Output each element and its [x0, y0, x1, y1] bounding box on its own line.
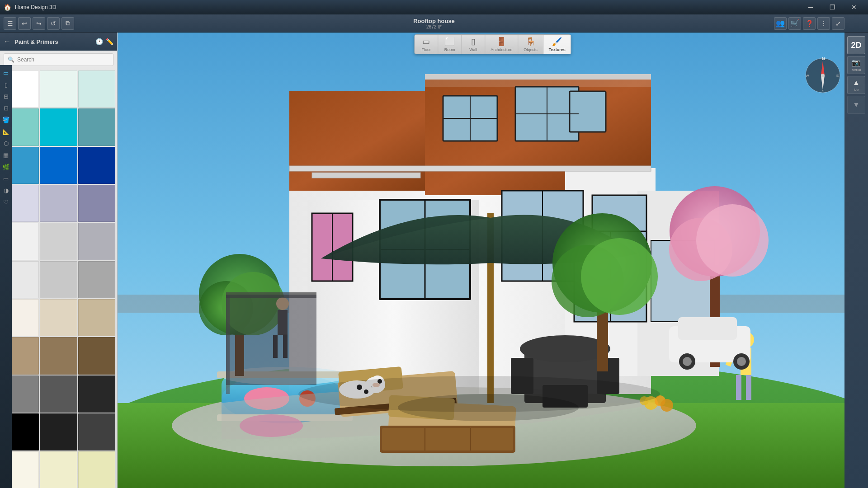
redo-button[interactable]: ↪	[33, 17, 45, 30]
color-swatch-28[interactable]	[40, 413, 77, 450]
copy-button[interactable]: ⧉	[61, 17, 74, 30]
users-button[interactable]: 👥	[774, 17, 787, 30]
color-swatch-10[interactable]	[40, 185, 77, 222]
down-arrow-icon: ▼	[853, 101, 860, 109]
search-icon: 🔍	[8, 56, 14, 63]
svg-point-90	[683, 357, 692, 366]
view-2d-button[interactable]: 2D	[847, 36, 865, 54]
sidebar-header: ← Paint & Primers 🕐 ✏️	[0, 33, 117, 51]
nav-textures-tab[interactable]: 🖌️ Textures	[543, 35, 571, 54]
close-button[interactable]: ✕	[844, 0, 864, 14]
nav-shape-icon[interactable]: ◑	[1, 185, 11, 195]
history-button[interactable]: 🕐	[95, 38, 103, 45]
room-icon: ⬜	[445, 37, 455, 47]
textures-icon: 🖌️	[552, 37, 562, 47]
nav-wall-tab[interactable]: ▯ Wall	[462, 35, 485, 54]
objects-icon: 🪑	[526, 37, 536, 47]
color-swatch-32[interactable]	[78, 451, 115, 488]
help-button[interactable]: ❓	[803, 17, 816, 30]
textures-label: Textures	[549, 47, 566, 52]
nav-cabinet-icon[interactable]: ▭	[1, 174, 11, 183]
svg-text:W: W	[806, 74, 809, 78]
nav-plant-icon[interactable]: 🌿	[1, 162, 11, 172]
nav-wall-icon[interactable]: ▯	[1, 80, 11, 89]
svg-rect-14	[570, 91, 606, 132]
wall-label: Wall	[469, 47, 477, 52]
left-nav-bar: ▭ ▯ ⊞ ⊡ 🪣 📐 ⬡ ▦ 🌿 ▭ ◑ ♡	[0, 65, 12, 488]
nav-objects-tab[interactable]: 🪑 Objects	[518, 35, 543, 54]
svg-text:N: N	[822, 57, 825, 61]
menu-button[interactable]: ☰	[4, 17, 16, 30]
search-input[interactable]	[17, 56, 109, 63]
reset-button[interactable]: ↺	[47, 17, 60, 30]
minimize-button[interactable]: ─	[800, 0, 821, 14]
svg-point-95	[660, 399, 673, 412]
color-swatch-31[interactable]	[40, 451, 77, 488]
project-info: Rooftop house 2672 ft²	[413, 18, 455, 29]
color-swatch-25[interactable]	[40, 375, 77, 413]
room-label: Room	[444, 47, 455, 52]
svg-rect-87	[678, 317, 737, 340]
svg-rect-30	[289, 166, 651, 171]
nav-heart-icon[interactable]: ♡	[1, 197, 11, 207]
svg-rect-31	[425, 74, 651, 80]
color-swatch-11[interactable]	[78, 185, 115, 222]
arch-label: Architecture	[491, 47, 512, 52]
nav-room-tab[interactable]: ⬜ Room	[438, 35, 462, 54]
color-swatch-22[interactable]	[40, 337, 77, 374]
color-swatch-4[interactable]	[40, 108, 77, 145]
viewport-3d[interactable]: ▭ Floor ⬜ Room ▯ Wall 🚪 Architecture 🪑 O…	[118, 33, 868, 488]
color-swatch-29[interactable]	[78, 413, 115, 450]
sidebar-back-button[interactable]: ←	[4, 38, 11, 46]
color-swatch-1[interactable]	[40, 70, 77, 108]
up-label: Up	[854, 88, 859, 92]
left-sidebar: ← Paint & Primers 🕐 ✏️ 🔍	[0, 33, 118, 488]
scene-svg	[118, 33, 868, 488]
aerial-view-button[interactable]: 📷 Aerial	[847, 56, 865, 74]
sidebar-title: Paint & Primers	[14, 38, 92, 45]
color-swatch-14[interactable]	[78, 223, 115, 260]
color-swatch-5[interactable]	[78, 108, 115, 145]
main-toolbar: ☰ ↩ ↪ ↺ ⧉ Rooftop house 2672 ft² 👥 🛒 ❓ ⋮…	[0, 14, 868, 33]
nav-floor-tab[interactable]: ▭ Floor	[415, 35, 438, 54]
nav-ruler-icon[interactable]: 📐	[1, 127, 11, 136]
app-icon: 🏠	[4, 4, 11, 11]
svg-rect-80	[746, 375, 751, 400]
nav-brick-icon[interactable]: ▦	[1, 150, 11, 160]
nav-paint-icon[interactable]: ▭	[1, 68, 11, 78]
expand-button[interactable]: ⤢	[832, 17, 844, 30]
view-down-button[interactable]: ▼	[847, 96, 865, 114]
svg-point-72	[581, 238, 658, 315]
color-swatch-2[interactable]	[78, 70, 115, 108]
view-up-button[interactable]: ▲ Up	[847, 76, 865, 94]
color-swatch-19[interactable]	[40, 299, 77, 336]
nav-grid-icon[interactable]: ⊞	[1, 91, 11, 101]
nav-grid2-icon[interactable]: ⊡	[1, 103, 11, 113]
cart-button[interactable]: 🛒	[788, 17, 801, 30]
right-panel: 2D 📷 Aerial ▲ Up ▼	[844, 33, 868, 488]
svg-rect-32	[312, 173, 420, 178]
color-swatch-23[interactable]	[78, 337, 115, 374]
svg-point-104	[821, 74, 825, 77]
restore-button[interactable]: ❐	[822, 0, 843, 14]
svg-rect-79	[736, 375, 741, 400]
color-swatch-7[interactable]	[40, 147, 77, 184]
nav-architecture-tab[interactable]: 🚪 Architecture	[485, 35, 518, 54]
color-swatch-17[interactable]	[78, 261, 115, 298]
nav-leather-icon[interactable]: ⬡	[1, 138, 11, 148]
nav-bucket-icon[interactable]: 🪣	[1, 115, 11, 125]
color-swatch-8[interactable]	[78, 147, 115, 184]
2d-label: 2D	[851, 41, 861, 50]
svg-rect-49	[382, 428, 513, 450]
edit-button[interactable]: ✏️	[106, 38, 113, 45]
svg-point-91	[737, 357, 746, 366]
color-swatch-13[interactable]	[40, 223, 77, 260]
more-button[interactable]: ⋮	[817, 17, 830, 30]
color-swatch-20[interactable]	[78, 299, 115, 336]
undo-button[interactable]: ↩	[18, 17, 31, 30]
title-bar: 🏠 Home Design 3D ─ ❐ ✕	[0, 0, 868, 14]
color-swatch-16[interactable]	[40, 261, 77, 298]
color-swatch-26[interactable]	[78, 375, 115, 413]
project-title: Rooftop house	[413, 18, 455, 24]
wall-tab-icon: ▯	[471, 37, 476, 47]
